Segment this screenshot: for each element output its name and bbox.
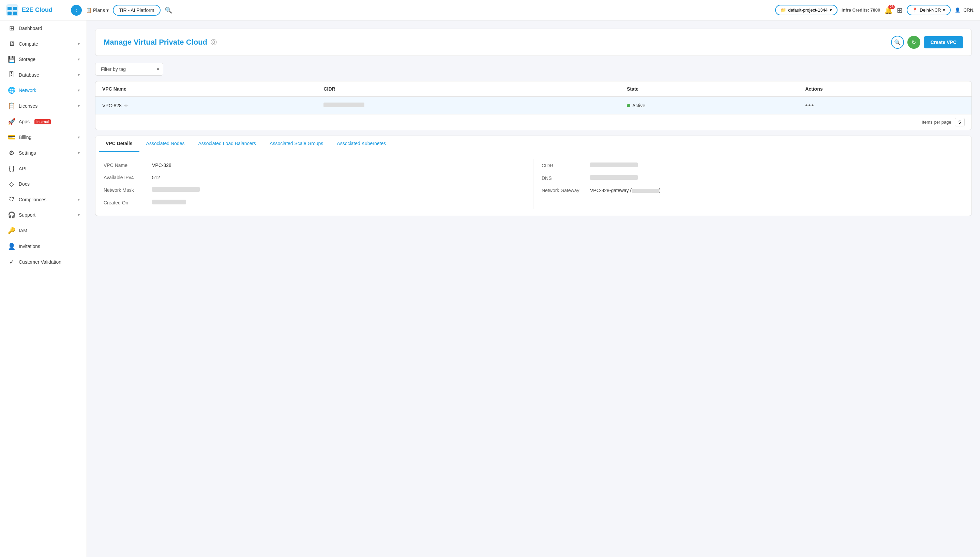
sidebar-item-iam[interactable]: 🔑 IAM — [0, 223, 86, 238]
sidebar-item-label: Network — [19, 88, 36, 93]
cell-state: Active — [620, 97, 798, 114]
internal-badge: Internal — [34, 119, 51, 124]
create-vpc-button[interactable]: Create VPC — [924, 36, 963, 48]
sidebar-item-label: Customer Validation — [19, 259, 61, 265]
notification-button[interactable]: 🔔 23 — [884, 6, 893, 14]
sidebar-item-label: Billing — [19, 135, 31, 140]
tab-associated-load-balancers[interactable]: Associated Load Balancers — [191, 136, 263, 152]
database-icon: 🗄 — [8, 71, 15, 78]
edit-vpc-icon[interactable]: ✏ — [124, 103, 129, 108]
chevron-down-icon: ▾ — [78, 73, 80, 77]
sidebar-item-label: Licenses — [19, 103, 38, 109]
tab-vpc-details[interactable]: VPC Details — [99, 136, 139, 152]
sidebar-item-apps[interactable]: 🚀 Apps Internal — [0, 114, 86, 129]
sidebar-item-billing[interactable]: 💳 Billing ▾ — [0, 129, 86, 145]
apps-grid-button[interactable]: ⊞ — [897, 6, 903, 14]
table-row[interactable]: VPC-828 ✏ Active ••• — [95, 97, 972, 114]
detail-available-ipv4-row: Available IPv4 512 — [104, 171, 533, 184]
cell-actions: ••• — [798, 97, 972, 114]
sidebar-item-compute[interactable]: 🖥 Compute ▾ — [0, 36, 86, 51]
network-mask-value — [152, 187, 200, 192]
svg-rect-2 — [13, 7, 17, 10]
detail-grid: VPC Name VPC-828 Available IPv4 512 Netw… — [95, 152, 972, 216]
sidebar-item-label: Invitations — [19, 244, 40, 249]
refresh-button[interactable]: ↻ — [907, 36, 920, 49]
actions-menu-button[interactable]: ••• — [805, 101, 814, 109]
infra-credits: Infra Credits: 7800 — [841, 8, 880, 13]
invitations-icon: 👤 — [8, 243, 15, 250]
compliances-icon: 🛡 — [8, 196, 15, 203]
region-name: Delhi-NCR — [920, 8, 941, 13]
back-button[interactable]: ‹ — [71, 5, 82, 16]
region-chevron-icon: ▾ — [943, 8, 945, 13]
search-button[interactable]: 🔍 — [165, 7, 172, 14]
filter-bar: Filter by tag ▾ — [95, 63, 972, 76]
storage-icon: 💾 — [8, 55, 15, 63]
items-per-page-label: Items per page — [922, 120, 951, 125]
infra-credits-label: Infra Credits: — [841, 8, 869, 13]
col-cidr: CIDR — [317, 81, 620, 97]
sidebar-item-compliances[interactable]: 🛡 Compliances ▾ — [0, 192, 86, 207]
dashboard-icon: ⊞ — [8, 24, 15, 32]
tab-associated-scale-groups[interactable]: Associated Scale Groups — [263, 136, 330, 152]
filter-by-tag-select[interactable]: Filter by tag — [95, 63, 163, 76]
sidebar-item-label: Storage — [19, 57, 36, 62]
help-icon[interactable]: ⓪ — [211, 38, 217, 46]
sidebar-item-support[interactable]: 🎧 Support ▾ — [0, 207, 86, 223]
plans-chevron-icon: ▾ — [106, 8, 109, 13]
sidebar-item-label: Compute — [19, 41, 38, 47]
detail-created-on-row: Created On — [104, 196, 533, 209]
vpc-name-text: VPC-828 — [102, 103, 122, 108]
chevron-down-icon: ▾ — [78, 135, 80, 140]
logo-area: E2E Cloud — [5, 3, 67, 17]
sidebar-item-label: Docs — [19, 181, 29, 187]
svg-rect-3 — [8, 11, 11, 15]
sidebar-item-api[interactable]: { } API — [0, 161, 86, 176]
sidebar-item-docs[interactable]: ◇ Docs — [0, 176, 86, 192]
created-on-label: Created On — [104, 200, 148, 205]
sidebar-item-label: Dashboard — [19, 26, 42, 31]
billing-icon: 💳 — [8, 134, 15, 141]
table-header-row: VPC Name CIDR State Actions — [95, 81, 972, 97]
sidebar-item-customer-validation[interactable]: ✓ Customer Validation — [0, 254, 86, 270]
created-on-value — [152, 200, 186, 204]
vpc-table-card: VPC Name CIDR State Actions VPC-828 ✏ — [95, 81, 972, 130]
detail-dns-row: DNS — [541, 172, 963, 184]
region-selector[interactable]: 📍 Delhi-NCR ▾ — [907, 5, 951, 15]
infra-credits-value: 7800 — [870, 8, 880, 13]
tab-associated-nodes[interactable]: Associated Nodes — [139, 136, 192, 152]
sidebar-item-database[interactable]: 🗄 Database ▾ — [0, 67, 86, 83]
vpc-name-label: VPC Name — [104, 163, 148, 168]
sidebar-item-dashboard[interactable]: ⊞ Dashboard — [0, 20, 86, 36]
active-status-dot — [627, 104, 630, 107]
sidebar-item-invitations[interactable]: 👤 Invitations — [0, 238, 86, 254]
user-name: CRN. — [963, 8, 975, 13]
sidebar-item-licenses[interactable]: 📋 Licenses ▾ — [0, 98, 86, 114]
cidr-label: CIDR — [541, 163, 586, 168]
tab-associated-kubernetes[interactable]: Associated Kubernetes — [330, 136, 393, 152]
tir-button[interactable]: TIR - AI Platform — [113, 5, 160, 16]
sidebar-item-network[interactable]: 🌐 Network ▾ — [0, 83, 86, 98]
dns-label: DNS — [541, 176, 586, 181]
items-per-page-selector[interactable]: 5 — [955, 118, 965, 126]
sidebar-item-settings[interactable]: ⚙ Settings ▾ — [0, 145, 86, 161]
tabs-bar: VPC Details Associated Nodes Associated … — [95, 136, 972, 152]
user-avatar-icon: 👤 — [955, 8, 960, 13]
page-title: Manage Virtual Private Cloud — [104, 38, 207, 47]
detail-card: VPC Details Associated Nodes Associated … — [95, 135, 972, 216]
sidebar: ⊞ Dashboard 🖥 Compute ▾ 💾 Storage ▾ 🗄 Da… — [0, 20, 87, 557]
cell-cidr — [317, 97, 620, 114]
sidebar-item-label: IAM — [19, 228, 27, 233]
project-selector[interactable]: 📁 default-project-1344 ▾ — [775, 5, 838, 15]
api-icon: { } — [8, 165, 15, 172]
project-name: default-project-1344 — [788, 8, 828, 13]
search-vpc-button[interactable]: 🔍 — [891, 36, 904, 49]
plans-button[interactable]: 📋 Plans ▾ — [86, 8, 109, 13]
dns-value — [590, 175, 638, 180]
available-ipv4-value: 512 — [152, 175, 160, 180]
user-button[interactable]: 👤 CRN. — [955, 8, 975, 13]
network-icon: 🌐 — [8, 86, 15, 94]
cell-vpc-name: VPC-828 ✏ — [95, 97, 317, 114]
detail-network-gateway-row: Network Gateway VPC-828-gateway () — [541, 184, 963, 197]
sidebar-item-storage[interactable]: 💾 Storage ▾ — [0, 51, 86, 67]
